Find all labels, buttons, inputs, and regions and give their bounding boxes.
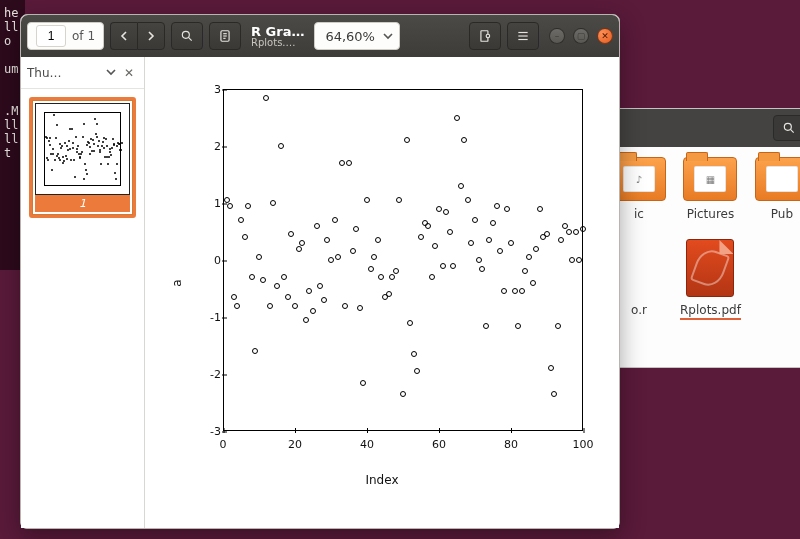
- r-file-icon[interactable]: [615, 239, 663, 297]
- pdf-viewer-window: of 1 R Gra… Rplots.… 64,60% – ▢: [20, 14, 620, 529]
- page-area[interactable]: a Index -3-2-10123020406080100: [145, 57, 619, 528]
- headerbar: of 1 R Gra… Rplots.… 64,60% – ▢: [21, 15, 619, 57]
- file-manager-toolbar: [606, 109, 800, 147]
- search-button[interactable]: [773, 115, 800, 141]
- thumbnail-label: 1: [35, 195, 130, 212]
- svg-line-3: [188, 37, 191, 40]
- maximize-button[interactable]: ▢: [573, 28, 589, 44]
- prev-page-button[interactable]: [110, 22, 137, 50]
- pictures-folder[interactable]: ▦: [683, 157, 737, 201]
- window-title: R Gra… Rplots.…: [247, 25, 308, 48]
- page-nav: [110, 22, 165, 50]
- subtitle-text: Rplots.…: [251, 38, 304, 48]
- sidebar-close-button[interactable]: ✕: [120, 66, 138, 80]
- properties-button[interactable]: [469, 22, 501, 50]
- annotations-button[interactable]: [209, 22, 241, 50]
- zoom-value: 64,60%: [325, 29, 375, 44]
- svg-line-1: [790, 129, 793, 132]
- svg-point-9: [486, 34, 490, 38]
- folder-label: Pub: [771, 207, 793, 221]
- window-controls: – ▢ ✕: [545, 28, 613, 44]
- close-button[interactable]: ✕: [597, 28, 613, 44]
- page-of-label: of 1: [72, 29, 95, 43]
- chevron-down-icon: [383, 31, 393, 41]
- find-button[interactable]: [171, 22, 203, 50]
- x-axis-label: Index: [167, 473, 597, 487]
- file-grid: ♪ ic o.r ▦ Pictures Rplots.pdf Pub: [606, 147, 800, 330]
- music-folder[interactable]: ♪: [612, 157, 666, 201]
- zoom-selector[interactable]: 64,60%: [314, 22, 400, 50]
- page-thumbnail-1[interactable]: 1: [29, 97, 136, 218]
- folder-label: ic: [634, 207, 644, 221]
- menu-button[interactable]: [507, 22, 539, 50]
- thumbnail-canvas: [35, 103, 130, 195]
- page-indicator: of 1: [27, 22, 104, 50]
- page-number-input[interactable]: [36, 25, 66, 47]
- pdf-file-icon[interactable]: [686, 239, 734, 297]
- svg-point-2: [182, 31, 189, 38]
- file-label-selected: Rplots.pdf: [680, 303, 741, 320]
- file-label: o.r: [631, 303, 647, 317]
- minimize-button[interactable]: –: [549, 28, 565, 44]
- public-folder[interactable]: [755, 157, 800, 201]
- file-manager-window: ♪ ic o.r ▦ Pictures Rplots.pdf Pub: [605, 108, 800, 368]
- thumbnails-sidebar: Thu… ✕ 1: [21, 57, 145, 528]
- sidebar-mode-label: Thu…: [27, 66, 102, 80]
- folder-label: Pictures: [687, 207, 735, 221]
- sidebar-mode-dropdown[interactable]: [102, 66, 120, 80]
- sidebar-header: Thu… ✕: [21, 57, 144, 89]
- title-text: R Gra…: [251, 25, 304, 38]
- svg-point-0: [784, 123, 791, 130]
- y-axis-label: a: [170, 279, 184, 286]
- next-page-button[interactable]: [137, 22, 165, 50]
- scatter-plot: a Index -3-2-10123020406080100: [167, 73, 597, 493]
